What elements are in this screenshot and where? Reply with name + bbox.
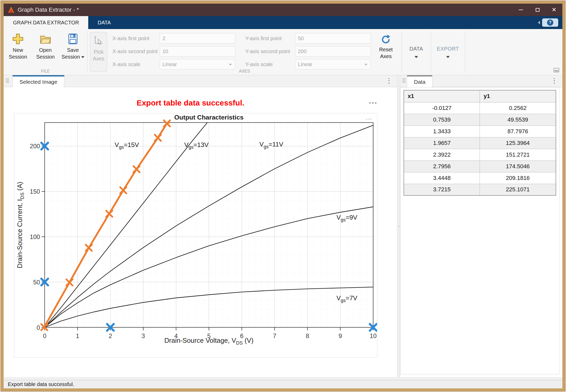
tab-graph-data-extractor[interactable]: GRAPH DATA EXTRACTOR <box>4 16 88 29</box>
x-second-label: X-axis second point <box>110 48 160 54</box>
window-title: Graph Data Extractor - * <box>18 6 79 13</box>
file-group: New Session Open Session Save Session FI… <box>4 29 87 75</box>
reset-axes-button[interactable]: Reset Axes <box>375 32 397 60</box>
pick-axes-icon <box>93 35 104 46</box>
chevron-down-icon <box>229 64 232 66</box>
table-cell[interactable]: -0.0127 <box>404 102 480 114</box>
right-panel-menu-button[interactable]: ⋮ <box>551 77 558 84</box>
left-panel-menu-button[interactable]: ⋮ <box>386 77 392 84</box>
selected-image-panel: Selected Image ⋮ Export table data succe… <box>4 75 397 377</box>
file-group-label: FILE <box>4 69 87 74</box>
x-first-input[interactable]: 2 <box>160 33 235 44</box>
drag-grip-icon[interactable] <box>6 78 9 83</box>
extracted-data-table: x1 y1 -0.01270.25620.753949.55391.343387… <box>404 90 556 196</box>
output-characteristics-chart: 012345678910050100150200Vgs=15VVgs=13VVg… <box>14 113 377 346</box>
status-bar: Export table data successful. <box>4 380 562 388</box>
svg-text:1: 1 <box>76 332 79 339</box>
save-dropdown-arrow-icon <box>81 56 84 58</box>
table-row: 0.753949.5539 <box>404 114 556 125</box>
bottom-gap <box>4 377 562 380</box>
svg-text:Drain-Source Current, IDS (A): Drain-Source Current, IDS (A) <box>16 182 25 268</box>
svg-text:9: 9 <box>339 332 342 339</box>
svg-text:100: 100 <box>30 233 40 240</box>
x-second-input[interactable]: 10 <box>160 46 235 57</box>
table-cell[interactable]: 0.7539 <box>404 114 480 125</box>
table-cell[interactable]: 209.1816 <box>480 172 556 184</box>
svg-text:0: 0 <box>37 324 40 331</box>
table-cell[interactable]: 3.4448 <box>404 172 480 184</box>
x-scale-select[interactable]: Linear <box>160 59 235 69</box>
table-row: 2.3922151.2721 <box>404 149 556 160</box>
table-cell[interactable]: 225.1071 <box>480 184 556 195</box>
svg-text:10: 10 <box>370 332 377 339</box>
new-session-button[interactable]: New Session <box>5 32 30 75</box>
minimize-ribbon-icon[interactable] <box>554 68 559 72</box>
y-scale-select[interactable]: Linear <box>295 59 371 69</box>
save-session-button[interactable]: Save Session <box>60 32 85 75</box>
table-cell[interactable]: 2.3922 <box>404 149 480 160</box>
table-cell[interactable]: 125.3964 <box>480 137 556 149</box>
svg-text:Vgs=13V: Vgs=13V <box>184 141 209 150</box>
svg-text:Output Characteristics: Output Characteristics <box>174 114 244 121</box>
help-icon: ? <box>547 19 553 26</box>
left-panel-header: Selected Image ⋮ <box>4 75 397 87</box>
table-cell[interactable]: 49.5539 <box>480 114 556 125</box>
table-cell[interactable]: 1.3433 <box>404 125 480 137</box>
new-plus-icon <box>12 33 24 45</box>
reset-circular-arrow-icon <box>380 34 392 45</box>
tab-data[interactable]: DATA <box>88 16 120 29</box>
axes-group: Pick Axes X-axis first point 2 Y-axis fi… <box>87 29 401 75</box>
pick-axes-button[interactable]: Pick Axes <box>90 32 107 72</box>
y-scale-label: Y-axis scale <box>243 61 295 67</box>
y-first-label: Y-axis first point <box>243 36 295 41</box>
y-first-input[interactable]: 50 <box>295 33 371 44</box>
table-cell[interactable]: 174.5046 <box>480 160 556 172</box>
help-button[interactable]: ? <box>542 18 558 27</box>
selected-image-content: Export table data successful. ⋯ ⋯ 012345… <box>4 87 397 377</box>
table-cell[interactable]: 1.9657 <box>404 137 480 149</box>
svg-text:0: 0 <box>43 332 46 339</box>
svg-text:8: 8 <box>306 332 309 339</box>
status-message: Export table data successful. <box>8 381 74 387</box>
chart-overflow-menu-button[interactable]: ⋯ <box>366 115 372 123</box>
table-row: 3.7215225.1071 <box>404 184 556 195</box>
table-cell[interactable]: 0.2562 <box>480 102 556 114</box>
chevron-down-icon <box>364 64 367 66</box>
tab-selected-image[interactable]: Selected Image <box>12 75 64 87</box>
data-dropdown-button[interactable]: DATA <box>402 29 431 75</box>
table-cell[interactable]: 3.7215 <box>404 184 480 195</box>
matlab-logo-icon <box>7 6 15 14</box>
table-cell[interactable]: 87.7976 <box>480 125 556 137</box>
svg-text:Vgs=15V: Vgs=15V <box>115 141 139 150</box>
maximize-icon <box>536 8 540 12</box>
maximize-button[interactable] <box>529 4 546 16</box>
drag-grip-icon[interactable] <box>402 78 406 83</box>
column-header-y1: y1 <box>480 90 556 102</box>
minimize-button[interactable] <box>513 4 529 16</box>
title-bar: Graph Data Extractor - * ✕ <box>4 4 562 16</box>
open-folder-icon <box>39 33 52 45</box>
tab-data-panel[interactable]: Data <box>407 75 432 87</box>
data-table-container: x1 y1 -0.01270.25620.753949.55391.343387… <box>400 87 560 374</box>
y-second-input[interactable]: 200 <box>295 46 371 57</box>
table-row: 1.9657125.3964 <box>404 137 556 149</box>
x-scale-label: X-axis scale <box>110 61 160 67</box>
svg-text:3: 3 <box>141 332 145 339</box>
image-overflow-menu-button[interactable]: ⋯ <box>369 97 378 108</box>
open-session-button[interactable]: Open Session <box>33 32 58 75</box>
close-icon: ✕ <box>552 7 556 13</box>
table-header-row: x1 y1 <box>404 90 556 102</box>
splitter-grip-icon <box>398 226 399 227</box>
chevron-down-icon <box>414 56 418 58</box>
svg-text:2: 2 <box>109 332 112 339</box>
svg-text:Vgs=9V: Vgs=9V <box>337 214 358 222</box>
panel-splitter[interactable] <box>397 75 400 377</box>
axes-fields: X-axis first point 2 Y-axis first point … <box>110 33 371 70</box>
close-button[interactable]: ✕ <box>546 4 562 16</box>
export-dropdown-button[interactable]: EXPORT <box>431 29 465 75</box>
y-second-label: Y-axis second point <box>243 48 295 54</box>
table-row: 2.7956174.5046 <box>404 160 556 172</box>
svg-text:7: 7 <box>273 332 276 339</box>
table-cell[interactable]: 2.7956 <box>404 160 480 172</box>
table-cell[interactable]: 151.2721 <box>480 149 556 160</box>
